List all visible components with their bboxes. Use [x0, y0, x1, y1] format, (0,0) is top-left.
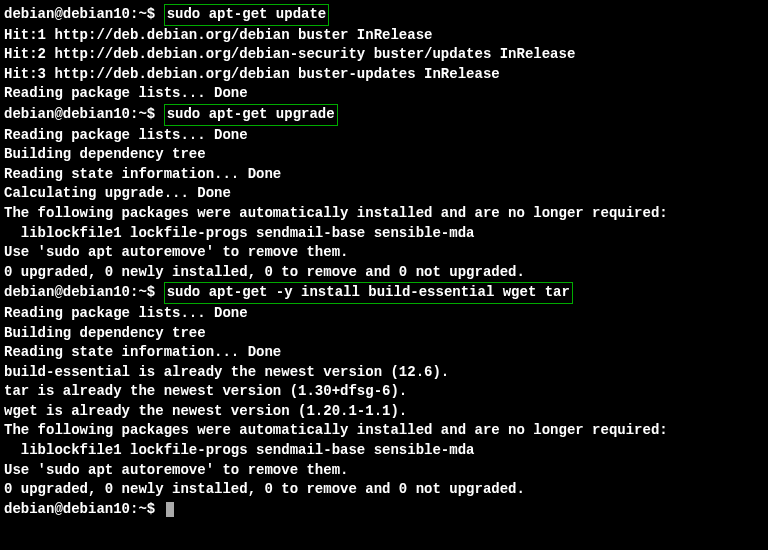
terminal-line: Hit:3 http://deb.debian.org/debian buste…	[4, 65, 764, 85]
terminal-line: Hit:2 http://deb.debian.org/debian-secur…	[4, 45, 764, 65]
output-text: Reading package lists... Done	[4, 305, 248, 321]
terminal-line: Calculating upgrade... Done	[4, 184, 764, 204]
output-text: Use 'sudo apt autoremove' to remove them…	[4, 244, 348, 260]
output-text: Reading state information... Done	[4, 344, 281, 360]
shell-prompt: debian@debian10:~$	[4, 284, 164, 300]
output-text: Building dependency tree	[4, 325, 206, 341]
terminal-line: Reading package lists... Done	[4, 304, 764, 324]
terminal-line: build-essential is already the newest ve…	[4, 363, 764, 383]
terminal-line: Reading state information... Done	[4, 165, 764, 185]
output-text: wget is already the newest version (1.20…	[4, 403, 407, 419]
output-text: 0 upgraded, 0 newly installed, 0 to remo…	[4, 264, 525, 280]
output-text: liblockfile1 lockfile-progs sendmail-bas…	[4, 442, 474, 458]
cursor-icon	[166, 502, 174, 517]
terminal-line: liblockfile1 lockfile-progs sendmail-bas…	[4, 224, 764, 244]
shell-prompt: debian@debian10:~$	[4, 106, 164, 122]
highlighted-command: sudo apt-get update	[164, 4, 330, 26]
output-text: tar is already the newest version (1.30+…	[4, 383, 407, 399]
highlighted-command: sudo apt-get -y install build-essential …	[164, 282, 573, 304]
output-text: Reading state information... Done	[4, 166, 281, 182]
output-text: The following packages were automaticall…	[4, 205, 668, 221]
output-text: build-essential is already the newest ve…	[4, 364, 449, 380]
terminal-line: 0 upgraded, 0 newly installed, 0 to remo…	[4, 263, 764, 283]
output-text: Calculating upgrade... Done	[4, 185, 231, 201]
terminal-line: Use 'sudo apt autoremove' to remove them…	[4, 461, 764, 481]
output-text: Hit:3 http://deb.debian.org/debian buste…	[4, 66, 500, 82]
terminal-line: The following packages were automaticall…	[4, 204, 764, 224]
terminal-line: Hit:1 http://deb.debian.org/debian buste…	[4, 26, 764, 46]
terminal-line: debian@debian10:~$ sudo apt-get upgrade	[4, 104, 764, 126]
terminal-line: 0 upgraded, 0 newly installed, 0 to remo…	[4, 480, 764, 500]
terminal-line: The following packages were automaticall…	[4, 421, 764, 441]
terminal-line: wget is already the newest version (1.20…	[4, 402, 764, 422]
terminal-line: liblockfile1 lockfile-progs sendmail-bas…	[4, 441, 764, 461]
terminal-line: debian@debian10:~$	[4, 500, 764, 520]
highlighted-command: sudo apt-get upgrade	[164, 104, 338, 126]
output-text: 0 upgraded, 0 newly installed, 0 to remo…	[4, 481, 525, 497]
terminal-line: debian@debian10:~$ sudo apt-get update	[4, 4, 764, 26]
output-text: The following packages were automaticall…	[4, 422, 668, 438]
output-text: Hit:2 http://deb.debian.org/debian-secur…	[4, 46, 575, 62]
output-text: liblockfile1 lockfile-progs sendmail-bas…	[4, 225, 474, 241]
shell-prompt: debian@debian10:~$	[4, 6, 164, 22]
terminal-line: debian@debian10:~$ sudo apt-get -y insta…	[4, 282, 764, 304]
terminal-line: Use 'sudo apt autoremove' to remove them…	[4, 243, 764, 263]
terminal-line: Reading package lists... Done	[4, 84, 764, 104]
shell-prompt: debian@debian10:~$	[4, 501, 164, 517]
terminal-line: Reading package lists... Done	[4, 126, 764, 146]
output-text: Use 'sudo apt autoremove' to remove them…	[4, 462, 348, 478]
terminal-line: Building dependency tree	[4, 145, 764, 165]
output-text: Building dependency tree	[4, 146, 206, 162]
terminal-output[interactable]: debian@debian10:~$ sudo apt-get updateHi…	[4, 4, 764, 519]
output-text: Reading package lists... Done	[4, 127, 248, 143]
terminal-line: Building dependency tree	[4, 324, 764, 344]
output-text: Reading package lists... Done	[4, 85, 248, 101]
terminal-line: Reading state information... Done	[4, 343, 764, 363]
output-text: Hit:1 http://deb.debian.org/debian buste…	[4, 27, 432, 43]
terminal-line: tar is already the newest version (1.30+…	[4, 382, 764, 402]
